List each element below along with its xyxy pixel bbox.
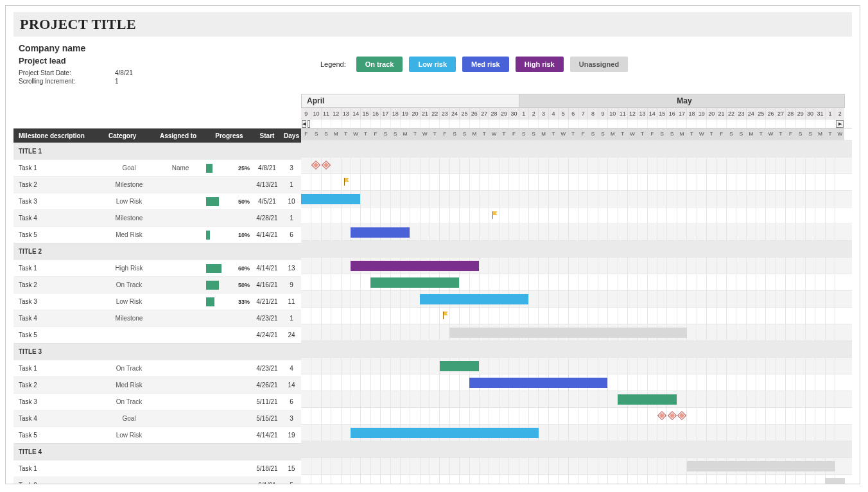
task-start: 5/11/21 [252, 398, 282, 405]
weekday-cell: M [677, 128, 686, 140]
scroller-row: ◀ ▶ [301, 119, 852, 128]
day-number-cell: 1 [825, 108, 835, 119]
gantt-row [301, 207, 852, 224]
task-progress [206, 479, 252, 485]
gantt-row [301, 224, 852, 240]
task-desc: Task 2 [13, 281, 103, 288]
day-number-cell: 2 [528, 108, 538, 119]
task-days: 3 [282, 164, 301, 171]
task-days: 13 [282, 265, 301, 272]
task-start: 5/18/21 [252, 465, 282, 472]
day-number-cell: 29 [499, 108, 508, 119]
col-progress: Progress [206, 132, 252, 139]
weekday-cell: T [706, 128, 716, 140]
legend-chip-unassigned: Unassigned [570, 57, 628, 72]
gantt-bar[interactable] [618, 394, 677, 405]
task-category: Med Risk [103, 231, 155, 238]
task-category: High Risk [103, 265, 155, 272]
weekday-cell: S [598, 128, 607, 140]
weekday-cell: F [578, 128, 587, 140]
task-row[interactable]: Task 4Milestone4/28/211 [13, 209, 301, 226]
task-row[interactable]: Task 4Goal5/15/213 [13, 410, 301, 426]
day-number-cell: 1 [519, 108, 528, 119]
task-days: 1 [282, 181, 301, 188]
section-title: TITLE 4 [13, 443, 301, 460]
weekday-cell: S [666, 128, 676, 140]
task-row[interactable]: Task 3Low Risk50%4/5/2110 [13, 193, 301, 209]
page-title: PROJECT TITLE [20, 16, 846, 33]
gantt-bar[interactable] [825, 478, 845, 484]
weekday-cell: F [508, 128, 518, 140]
spreadsheet-frame: PROJECT TITLE Company name Project lead … [5, 5, 860, 484]
scroll-right-button[interactable]: ▶ [836, 120, 844, 128]
day-number-cell: 30 [508, 108, 518, 119]
task-progress [206, 379, 252, 392]
section-title: TITLE 1 [13, 143, 301, 159]
col-start: Start [252, 132, 282, 139]
gantt-bar[interactable] [301, 194, 360, 204]
scroll-left-button[interactable]: ◀ [302, 120, 306, 128]
day-number-cell: 23 [736, 108, 745, 119]
gantt-row [301, 457, 852, 474]
gantt-bar[interactable] [351, 428, 539, 438]
task-row[interactable]: Task 26/1/215 [13, 477, 301, 484]
task-progress [206, 412, 252, 425]
gantt-bar[interactable] [449, 328, 687, 338]
task-desc: Task 4 [13, 315, 103, 322]
section-title: TITLE 2 [13, 243, 301, 259]
gantt-bar[interactable] [351, 261, 479, 271]
gantt-bar[interactable] [440, 361, 480, 371]
start-date-value[interactable]: 4/8/21 [115, 69, 133, 76]
task-desc: Task 5 [13, 331, 103, 338]
scroll-incr-value[interactable]: 1 [115, 78, 119, 85]
task-desc: Task 3 [13, 398, 103, 405]
weekday-cell: W [627, 128, 637, 140]
table-header: Milestone description Category Assigned … [13, 128, 301, 143]
task-row[interactable]: Task 15/18/2115 [13, 460, 301, 477]
gantt-row [301, 324, 852, 340]
weekday-cell: W [765, 128, 775, 140]
gantt-bar[interactable] [469, 378, 608, 388]
task-row[interactable]: Task 3Low Risk33%4/21/2111 [13, 293, 301, 310]
task-days: 1 [282, 215, 301, 222]
task-category: On Track [103, 365, 155, 372]
day-number-cell: 23 [439, 108, 449, 119]
gantt-bar[interactable] [687, 461, 835, 471]
day-number-cell: 17 [677, 108, 686, 119]
month-header: May [519, 94, 845, 108]
task-row[interactable]: Task 1GoalName25%4/8/213 [13, 159, 301, 176]
gantt-bar[interactable] [370, 277, 460, 288]
day-number-cell: 14 [647, 108, 657, 119]
legend: Legend: On trackLow riskMed riskHigh ris… [320, 57, 847, 72]
col-category: Category [103, 132, 155, 139]
task-category: On Track [103, 281, 155, 288]
task-row[interactable]: Task 2On Track50%4/16/219 [13, 276, 301, 293]
task-row[interactable]: Task 54/24/2124 [13, 326, 301, 343]
gantt-panel: AprilMay 9101112131415161718192021222324… [301, 94, 852, 484]
task-row[interactable]: Task 1On Track4/23/214 [13, 360, 301, 376]
weekday-cell: S [736, 128, 745, 140]
task-row[interactable]: Task 2Milestone4/13/211 [13, 176, 301, 193]
task-start: 5/15/21 [252, 415, 282, 422]
task-category: Goal [103, 415, 155, 422]
gantt-row [301, 190, 852, 207]
gantt-row [301, 307, 852, 324]
gantt-bar[interactable] [351, 227, 410, 238]
task-row[interactable]: Task 5Med Risk10%4/14/216 [13, 226, 301, 243]
task-row[interactable]: Task 4Milestone4/23/211 [13, 310, 301, 326]
task-days: 3 [282, 415, 301, 422]
task-row[interactable]: Task 2Med Risk4/26/2114 [13, 376, 301, 393]
task-start: 4/28/21 [252, 215, 282, 222]
task-row[interactable]: Task 3On Track5/11/216 [13, 393, 301, 410]
scroll-track[interactable] [308, 120, 310, 128]
task-row[interactable]: Task 5Low Risk4/14/2119 [13, 426, 301, 443]
task-desc: Task 3 [13, 298, 103, 305]
task-assigned: Name [155, 164, 206, 171]
gantt-bar[interactable] [420, 294, 528, 304]
task-row[interactable]: Task 1High Risk60%4/14/2113 [13, 259, 301, 276]
weekday-cell: W [489, 128, 498, 140]
weekday-row: FSSMTWTFSSMTWTFSSMTWTFSSMTWTFSSMTWTFSSMT… [301, 128, 852, 140]
section-title: TITLE 3 [13, 343, 301, 360]
weekday-cell: W [697, 128, 706, 140]
task-days: 6 [282, 231, 301, 238]
